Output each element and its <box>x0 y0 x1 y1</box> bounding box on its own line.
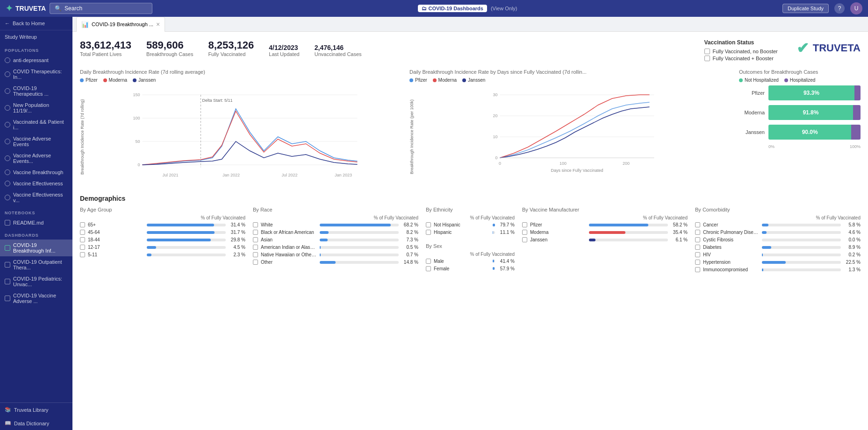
race-bar-fill-aian <box>320 246 321 249</box>
race-checkbox-black[interactable] <box>253 230 258 235</box>
stat-breakthrough-cases: 589,606 Breakthrough Cases <box>146 39 193 57</box>
by-sex: By Sex % of Fully Vaccinated Male 41.4 %… <box>426 243 515 275</box>
sidebar-item-covid-outpatient[interactable]: COVID-19 Outpatient Thera... <box>0 256 72 273</box>
manufacturer-col-header: % of Fully Vaccinated <box>522 215 688 220</box>
age-label-18-44: 18-44 <box>88 237 144 242</box>
comorbidity-bar-fill-cpd <box>762 231 767 234</box>
vaccination-checkbox-2[interactable] <box>704 56 710 61</box>
sidebar: ← Back to Home Study Writeup POPULATIONS… <box>0 17 72 430</box>
sidebar-item-readme[interactable]: README.md <box>0 217 72 228</box>
sex-checkbox-female[interactable] <box>426 266 431 271</box>
race-bar-track-white <box>320 224 399 226</box>
comorbidity-checkbox-immunocompromised[interactable] <box>695 267 700 272</box>
sidebar-item-covid-breakthrough[interactable]: COVID-19 Breakthrough Inf... <box>0 240 72 256</box>
comorbidity-checkbox-hypertension[interactable] <box>695 260 700 265</box>
sidebar-item-anti-depressant[interactable]: anti-depressant <box>0 55 72 66</box>
svg-text:Jul 2022: Jul 2022 <box>281 173 297 177</box>
by-age-group: By Age Group % of Fully Vaccinated 65+ 3… <box>80 207 245 275</box>
pfizer-dot <box>80 78 84 82</box>
race-item-nhopi: Native Hawaiian or Other Pacific Isl... … <box>253 252 418 257</box>
outcomes-bar-moderna: Moderna 91.8% <box>739 105 861 120</box>
svg-text:0: 0 <box>495 155 497 160</box>
ethnicity-checkbox-hispanic[interactable] <box>426 230 431 235</box>
axis-end: 100% <box>850 144 861 149</box>
comorbidity-checkbox-diabetes[interactable] <box>695 245 700 250</box>
comorbidity-bar-track-hypertension <box>762 261 841 264</box>
ethnicity-checkbox-not-hispanic[interactable] <box>426 222 431 227</box>
sidebar-item-covid-vaccine-adverse[interactable]: COVID-19 Vaccine Adverse ... <box>0 290 72 307</box>
age-item-65plus: 65+ 31.4 % <box>80 222 245 227</box>
duplicate-study-button[interactable]: Duplicate Study <box>782 4 829 13</box>
sidebar-item-vaccine-breakthrough[interactable]: Vaccine Breakthrough <box>0 167 72 178</box>
legend-hospitalized: Hospitalized <box>784 78 815 83</box>
legend2-janssen: Janssen <box>462 78 485 83</box>
sidebar-item-vaccine-effectiveness-2[interactable]: Vaccine Effectiveness v... <box>0 189 72 206</box>
age-checkbox-45-64[interactable] <box>80 230 85 235</box>
vaccination-option-2[interactable]: Fully Vaccinated + Booster <box>704 56 778 61</box>
comorbidity-item-cf: Cystic Fibrosis 0.0 % <box>695 237 861 242</box>
comorbidity-label-cpd: Chronic Pulmonary Disease <box>703 230 759 235</box>
vaccination-option-1[interactable]: Fully Vaccinated, no Booster <box>704 49 778 54</box>
race-checkbox-other[interactable] <box>253 260 258 265</box>
age-checkbox-5-11[interactable] <box>80 252 85 257</box>
manufacturer-checkbox-janssen[interactable] <box>522 237 527 242</box>
fully-vaccinated-label: Fully Vaccinated <box>208 51 254 57</box>
comorbidity-checkbox-hiv[interactable] <box>695 252 700 257</box>
comorbidity-item-hiv: HIV 0.2 % <box>695 252 861 257</box>
sidebar-item-covid-therapeutics-1[interactable]: COVID Therapeutics: In... <box>0 66 72 83</box>
sidebar-item-covid-pediatrics[interactable]: COVID-19 Pediatrics: Unvac... <box>0 273 72 290</box>
sidebar-item-vaccine-adverse-1[interactable]: Vaccine Adverse Events <box>0 133 72 150</box>
svg-text:Jul 2021: Jul 2021 <box>162 173 178 177</box>
chart2-svg: 30 20 10 0 0 <box>418 85 732 188</box>
stat-unvaccinated-cases: 2,476,146 Unvaccinated Cases <box>315 44 362 57</box>
race-checkbox-nhopi[interactable] <box>253 252 258 257</box>
age-checkbox-12-17[interactable] <box>80 245 85 250</box>
search-bar[interactable]: 🔍 Search <box>50 3 152 14</box>
janssen-dot <box>133 78 136 82</box>
chart1-title: Daily Breakthrough Incidence Rate (7d ro… <box>80 69 402 75</box>
comorbidity-col-header: % of Fully Vaccinated <box>695 215 861 220</box>
data-dictionary-button[interactable]: 📖 Data Dictionary <box>0 416 72 430</box>
sidebar-item-study-writeup[interactable]: Study Writeup <box>0 30 72 43</box>
unvaccinated-cases-label: Unvaccinated Cases <box>315 51 362 57</box>
avatar[interactable]: U <box>850 2 862 14</box>
sidebar-item-vaccine-effectiveness-1[interactable]: Vaccine Effectiveness <box>0 178 72 189</box>
tab-close-button[interactable]: × <box>156 21 160 28</box>
help-icon[interactable]: ? <box>834 3 845 14</box>
comorbidity-checkbox-cpd[interactable] <box>695 230 700 235</box>
sidebar-item-covid-therapeutics-2[interactable]: COVID-19 Therapeutics ... <box>0 83 72 99</box>
sidebar-item-vaccinated[interactable]: Vaccinated && Patient i... <box>0 116 72 133</box>
comorbidity-bar-track-diabetes <box>762 246 841 249</box>
sex-checkbox-male[interactable] <box>426 259 431 264</box>
truveta-library-button[interactable]: 📚 Truveta Library <box>0 403 72 416</box>
sidebar-item-vaccine-adverse-2[interactable]: Vaccine Adverse Events... <box>0 150 72 167</box>
demographics-title: Demographics <box>80 195 861 202</box>
tab-covid-breakthrough[interactable]: 📊 COVID-19 Breakthrough ... × <box>76 17 165 32</box>
race-checkbox-aian[interactable] <box>253 245 258 250</box>
moderna-green-fill: 91.8% <box>768 105 853 120</box>
race-checkbox-asian[interactable] <box>253 237 258 242</box>
logo: ✦ TRUVETA <box>6 3 46 14</box>
race-checkbox-white[interactable] <box>253 222 258 227</box>
manufacturer-title: By Vaccine Manufacturer <box>522 207 688 212</box>
comorbidity-checkbox-cancer[interactable] <box>695 222 700 227</box>
back-to-home-button[interactable]: ← Back to Home <box>0 17 72 30</box>
vaccination-checkbox-1[interactable] <box>704 49 710 54</box>
age-checkbox-18-44[interactable] <box>80 237 85 242</box>
age-checkbox-65plus[interactable] <box>80 222 85 227</box>
pfizer-green-fill: 93.3% <box>768 85 854 100</box>
manufacturer-checkbox-moderna[interactable] <box>522 230 527 235</box>
ethnicity-title: By Ethnicity <box>426 207 515 212</box>
race-bar-track-aian <box>320 246 399 249</box>
hospitalized-dot <box>784 78 788 82</box>
truveta-logo-section: ✔ TRUVETA <box>796 39 861 57</box>
demographics-row: By Age Group % of Fully Vaccinated 65+ 3… <box>80 207 861 275</box>
unvaccinated-cases-value: 2,476,146 <box>315 44 362 51</box>
age-bar-fill-18-44 <box>147 239 211 241</box>
manufacturer-checkbox-pfizer[interactable] <box>522 222 527 227</box>
sidebar-item-new-population[interactable]: New Population 11/19/... <box>0 99 72 116</box>
sidebar-item-label: COVID Therapeutics: In... <box>13 69 68 80</box>
last-updated-value: 4/12/2023 <box>269 44 299 51</box>
comorbidity-checkbox-cf[interactable] <box>695 237 700 242</box>
ethnicity-sex-column: By Ethnicity % of Fully Vaccinated Not H… <box>426 207 515 275</box>
